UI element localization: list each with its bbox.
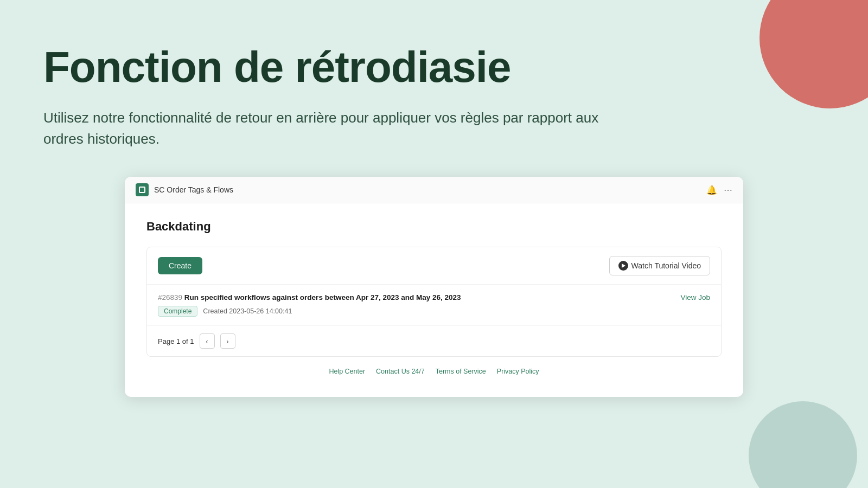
app-titlebar: SC Order Tags & Flows 🔔 ⋯: [125, 177, 743, 203]
card-toolbar: Create Watch Tutorial Video: [147, 247, 721, 285]
status-badge: Complete: [158, 306, 197, 317]
view-job-button[interactable]: View Job: [680, 293, 710, 301]
job-description: Run specified workflows against orders b…: [184, 293, 461, 301]
job-row-top: #26839 Run specified workflows against o…: [158, 293, 710, 301]
footer-link-privacy[interactable]: Privacy Policy: [497, 368, 539, 375]
pagination-row: Page 1 of 1 ‹ ›: [147, 326, 721, 356]
app-body: Backdating Create Watch Tutorial Video: [125, 203, 743, 397]
job-info: #26839 Run specified workflows against o…: [158, 293, 461, 301]
job-row: #26839 Run specified workflows against o…: [147, 285, 721, 326]
tutorial-button[interactable]: Watch Tutorial Video: [609, 256, 710, 275]
titlebar-right: 🔔 ⋯: [706, 185, 732, 195]
app-logo-inner: [139, 187, 145, 193]
job-date: Created 2023-05-26 14:00:41: [203, 307, 292, 315]
titlebar-left: SC Order Tags & Flows: [136, 183, 233, 196]
job-row-bottom: Complete Created 2023-05-26 14:00:41: [158, 306, 710, 317]
footer-link-help[interactable]: Help Center: [329, 368, 365, 375]
page-heading: Backdating: [146, 220, 722, 234]
pagination-prev-button[interactable]: ‹: [200, 333, 215, 349]
play-triangle: [622, 264, 626, 268]
app-name-label: SC Order Tags & Flows: [154, 185, 233, 194]
pagination-next-button[interactable]: ›: [220, 333, 235, 349]
bell-icon[interactable]: 🔔: [706, 185, 717, 195]
create-button[interactable]: Create: [158, 257, 202, 274]
app-window: SC Order Tags & Flows 🔔 ⋯ Backdating Cre…: [125, 177, 743, 397]
footer-links: Help Center Contact Us 24/7 Terms of Ser…: [146, 357, 722, 381]
hero-title: Fonction de rétrodiasie: [43, 43, 825, 91]
pagination-text: Page 1 of 1: [158, 337, 194, 345]
play-icon: [618, 261, 628, 271]
app-logo-icon: [136, 183, 149, 196]
footer-link-terms[interactable]: Terms of Service: [436, 368, 486, 375]
more-icon[interactable]: ⋯: [724, 185, 732, 195]
content-card: Create Watch Tutorial Video #26839 Run s…: [146, 247, 722, 357]
footer-link-contact[interactable]: Contact Us 24/7: [376, 368, 425, 375]
hero-subtitle: Utilisez notre fonctionnalité de retour …: [43, 107, 640, 150]
tutorial-label: Watch Tutorial Video: [631, 261, 701, 270]
job-id: #26839: [158, 293, 182, 301]
